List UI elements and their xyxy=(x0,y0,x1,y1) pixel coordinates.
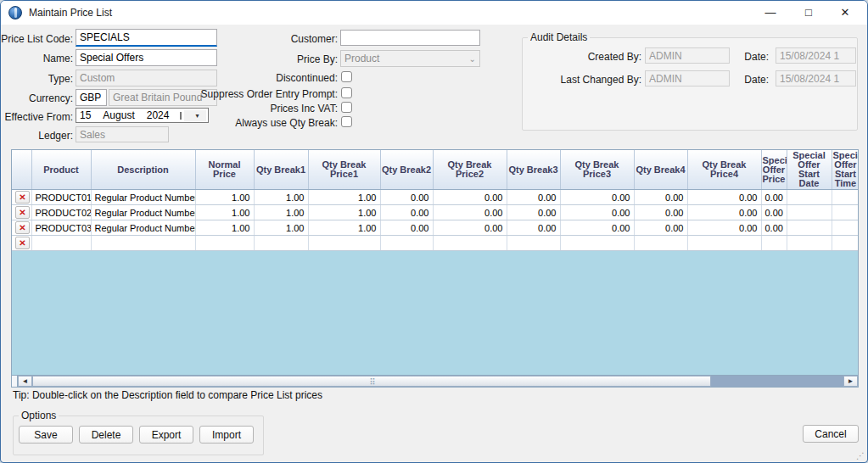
grid-cell[interactable]: Regular Product Number 03 xyxy=(91,220,195,236)
delete-row-icon[interactable]: ✕ xyxy=(15,221,30,234)
minimize-icon[interactable]: — xyxy=(752,1,789,25)
price-list-code-input[interactable]: SPECIALS xyxy=(76,29,217,47)
column-header[interactable]: Product xyxy=(31,150,91,190)
effective-from-year[interactable]: 2024 xyxy=(147,109,170,121)
column-header[interactable]: Qty Break Price2 xyxy=(433,150,507,190)
customer-input[interactable] xyxy=(340,30,480,46)
delete-button[interactable]: Delete xyxy=(79,426,133,443)
grid-cell[interactable]: 1.00 xyxy=(195,205,254,220)
grid-cell[interactable]: Regular Product Number 01 xyxy=(91,190,195,205)
column-header[interactable]: Qty Break3 xyxy=(507,150,560,190)
grid-cell[interactable] xyxy=(761,236,787,251)
grid-cell[interactable] xyxy=(195,236,254,251)
grid-cell[interactable]: 0.00 xyxy=(507,190,560,205)
scroll-left-icon[interactable]: ◄ xyxy=(18,376,32,387)
column-header[interactable]: Special Offer Price xyxy=(761,150,787,190)
column-header[interactable]: Qty Break Price3 xyxy=(560,150,634,190)
grid-cell[interactable] xyxy=(380,236,433,251)
resize-grip[interactable]: ⋰ xyxy=(856,451,865,460)
scrollbar-thumb[interactable] xyxy=(32,376,711,387)
discontinued-checkbox[interactable] xyxy=(341,71,352,82)
grid-cell[interactable] xyxy=(433,236,507,251)
grid-cell[interactable]: 0.00 xyxy=(634,190,687,205)
grid-cell[interactable] xyxy=(634,236,687,251)
column-header[interactable]: Qty Break2 xyxy=(380,150,433,190)
grid-cell[interactable] xyxy=(787,205,832,220)
maximize-icon[interactable]: □ xyxy=(790,1,827,25)
grid-cell[interactable]: 0.00 xyxy=(634,205,687,220)
grid-cell[interactable]: 0.00 xyxy=(433,220,507,236)
name-input[interactable]: Special Offers xyxy=(76,49,217,66)
grid-cell[interactable]: PRODUCT01 xyxy=(31,190,91,205)
grid-cell[interactable] xyxy=(31,236,91,251)
grid-cell[interactable]: 0.00 xyxy=(761,205,787,220)
grid-cell[interactable] xyxy=(507,236,560,251)
grid-cell[interactable]: 0.00 xyxy=(380,190,433,205)
grid-cell[interactable]: PRODUCT02 xyxy=(31,205,91,220)
grid-cell[interactable] xyxy=(254,236,308,251)
grid-cell[interactable]: 1.00 xyxy=(195,190,254,205)
cancel-button[interactable]: Cancel xyxy=(803,425,859,443)
grid-cell[interactable] xyxy=(787,236,832,251)
grid-cell[interactable]: 0.00 xyxy=(507,220,560,236)
grid-cell[interactable] xyxy=(91,236,195,251)
column-header[interactable]: Qty Break Price4 xyxy=(687,150,761,190)
grid-cell[interactable] xyxy=(308,236,380,251)
grid-cell[interactable]: 1.00 xyxy=(254,220,308,236)
grid-cell[interactable]: 0.00 xyxy=(560,220,634,236)
grid-cell[interactable]: 1.00 xyxy=(308,190,380,205)
grid-cell[interactable]: 0.00 xyxy=(380,205,433,220)
column-header[interactable]: Special Offer Start Date xyxy=(787,150,832,190)
grid-cell[interactable]: 0.00 xyxy=(761,190,787,205)
delete-row-icon[interactable]: ✕ xyxy=(15,237,30,249)
scroll-right-icon[interactable]: ► xyxy=(843,376,858,387)
grid-cell[interactable]: 1.00 xyxy=(308,205,380,220)
column-header[interactable]: Qty Break4 xyxy=(634,150,687,190)
grid-cell[interactable] xyxy=(560,236,634,251)
prices-inc-vat-checkbox[interactable] xyxy=(341,102,352,113)
suppress-order-entry-prompt-checkbox[interactable] xyxy=(341,87,352,98)
grid-cell[interactable]: 0.00 xyxy=(761,220,787,236)
grid-cell[interactable]: 1.00 xyxy=(195,220,254,236)
delete-row-icon[interactable]: ✕ xyxy=(15,191,30,204)
grid-cell[interactable] xyxy=(832,220,859,236)
grid-cell[interactable] xyxy=(832,190,859,205)
grid-cell[interactable]: 1.00 xyxy=(308,220,380,236)
currency-code-input[interactable]: GBP xyxy=(76,89,107,106)
grid-cell[interactable]: 1.00 xyxy=(254,205,308,220)
grid-cell[interactable]: Regular Product Number 02 xyxy=(91,205,195,220)
grid-cell[interactable]: 0.00 xyxy=(634,220,687,236)
always-use-qty-break-checkbox[interactable] xyxy=(341,116,352,127)
column-header[interactable]: Qty Break1 xyxy=(254,150,308,190)
column-header[interactable]: Special Offer Start Time xyxy=(832,150,859,190)
save-button[interactable]: Save xyxy=(19,426,73,443)
grid-cell[interactable] xyxy=(832,236,859,251)
grid-cell[interactable]: 0.00 xyxy=(687,190,761,205)
grid-cell[interactable]: 0.00 xyxy=(433,190,507,205)
column-header[interactable]: Qty Break Price1 xyxy=(308,150,380,190)
grid-cell[interactable]: 0.00 xyxy=(687,220,761,236)
column-header[interactable]: Description xyxy=(91,150,195,190)
export-button[interactable]: Export xyxy=(139,426,193,443)
grid-cell[interactable]: 0.00 xyxy=(380,220,433,236)
grid-corner-cell[interactable] xyxy=(12,150,31,190)
horizontal-scrollbar[interactable]: ◄ ► xyxy=(11,375,859,388)
column-header[interactable]: Normal Price xyxy=(195,150,254,190)
grid-cell[interactable]: 0.00 xyxy=(560,205,634,220)
effective-from-month[interactable]: August xyxy=(103,109,134,121)
import-button[interactable]: Import xyxy=(199,426,254,443)
close-icon[interactable]: ✕ xyxy=(826,1,864,25)
grid-cell[interactable]: 0.00 xyxy=(507,205,560,220)
grid-cell[interactable]: 0.00 xyxy=(560,190,634,205)
grid-cell[interactable]: 0.00 xyxy=(687,205,761,220)
scrollbar-splitter[interactable] xyxy=(12,376,18,387)
grid-cell[interactable] xyxy=(787,190,832,205)
grid-cell[interactable] xyxy=(687,236,761,251)
grid-cell[interactable]: PRODUCT03 xyxy=(31,220,91,236)
grid-cell[interactable] xyxy=(832,205,859,220)
grid-cell[interactable]: 0.00 xyxy=(433,205,507,220)
grid-cell[interactable] xyxy=(787,220,832,236)
grid-cell[interactable]: 1.00 xyxy=(254,190,308,205)
scrollbar-track[interactable] xyxy=(711,376,843,387)
effective-from-day[interactable]: 15 xyxy=(80,109,91,121)
